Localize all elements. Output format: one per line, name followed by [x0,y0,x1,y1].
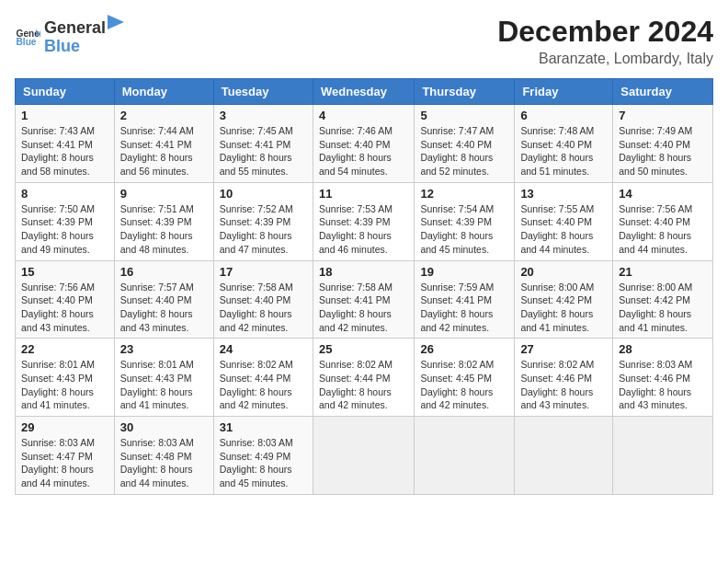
day-detail: Sunrise: 8:03 AMSunset: 4:48 PMDaylight:… [120,437,194,488]
day-number: 27 [520,342,607,356]
day-detail: Sunrise: 8:00 AMSunset: 4:42 PMDaylight:… [520,282,594,333]
calendar-day-cell: 25 Sunrise: 8:02 AMSunset: 4:44 PMDaylig… [313,339,414,417]
day-number: 28 [619,342,707,356]
day-number: 11 [319,187,408,201]
day-detail: Sunrise: 7:43 AMSunset: 4:41 PMDaylight:… [21,125,95,177]
day-detail: Sunrise: 8:03 AMSunset: 4:47 PMDaylight:… [21,437,95,488]
day-number: 12 [420,187,508,201]
day-number: 19 [420,265,508,279]
weekday-header: Wednesday [313,79,414,105]
calendar-table: SundayMondayTuesdayWednesdayThursdayFrid… [15,78,713,495]
day-detail: Sunrise: 7:56 AMSunset: 4:40 PMDaylight:… [619,203,692,255]
day-detail: Sunrise: 7:55 AMSunset: 4:40 PMDaylight:… [520,203,594,255]
day-detail: Sunrise: 8:01 AMSunset: 4:43 PMDaylight:… [21,359,95,410]
calendar-day-cell: 12 Sunrise: 7:54 AMSunset: 4:39 PMDaylig… [415,182,515,260]
day-number: 8 [21,187,108,201]
day-detail: Sunrise: 7:44 AMSunset: 4:41 PMDaylight:… [120,125,194,177]
day-number: 24 [220,342,307,356]
day-detail: Sunrise: 8:00 AMSunset: 4:42 PMDaylight:… [619,282,692,333]
day-detail: Sunrise: 7:50 AMSunset: 4:39 PMDaylight:… [21,203,95,255]
day-number: 13 [520,187,607,201]
calendar-day-cell: 30 Sunrise: 8:03 AMSunset: 4:48 PMDaylig… [114,417,213,495]
calendar-day-cell: 23 Sunrise: 8:01 AMSunset: 4:43 PMDaylig… [114,339,213,417]
calendar-day-cell: 8 Sunrise: 7:50 AMSunset: 4:39 PMDayligh… [16,182,115,260]
day-detail: Sunrise: 8:01 AMSunset: 4:43 PMDaylight:… [120,359,194,410]
main-title: December 2024 [497,15,713,49]
calendar-day-cell: 28 Sunrise: 8:03 AMSunset: 4:46 PMDaylig… [613,339,713,417]
day-number: 15 [21,265,108,279]
calendar-day-cell: 1 Sunrise: 7:43 AMSunset: 4:41 PMDayligh… [16,105,115,183]
weekday-header: Saturday [613,79,713,105]
day-number: 16 [120,265,208,279]
calendar-day-cell [415,417,515,495]
calendar-day-cell: 31 Sunrise: 8:03 AMSunset: 4:49 PMDaylig… [213,417,313,495]
day-detail: Sunrise: 7:54 AMSunset: 4:39 PMDaylight:… [420,203,494,255]
calendar-day-cell [613,417,713,495]
calendar-day-cell: 2 Sunrise: 7:44 AMSunset: 4:41 PMDayligh… [114,105,213,183]
page-header: General Blue General Blue December 2024 … [15,15,713,67]
day-detail: Sunrise: 7:49 AMSunset: 4:40 PMDaylight:… [619,125,692,177]
calendar-header-row: SundayMondayTuesdayWednesdayThursdayFrid… [16,79,713,105]
day-number: 17 [220,265,307,279]
svg-text:Blue: Blue [17,37,37,47]
day-detail: Sunrise: 8:02 AMSunset: 4:45 PMDaylight:… [420,359,494,410]
weekday-header: Monday [114,79,213,105]
subtitle: Baranzate, Lombardy, Italy [497,51,713,67]
day-detail: Sunrise: 8:02 AMSunset: 4:44 PMDaylight:… [319,359,392,410]
calendar-day-cell: 6 Sunrise: 7:48 AMSunset: 4:40 PMDayligh… [515,105,613,183]
calendar-day-cell: 15 Sunrise: 7:56 AMSunset: 4:40 PMDaylig… [16,260,115,339]
day-detail: Sunrise: 7:58 AMSunset: 4:41 PMDaylight:… [319,282,392,333]
day-number: 23 [120,342,208,356]
svg-marker-3 [108,15,124,29]
day-number: 9 [120,187,208,201]
day-number: 14 [619,187,707,201]
calendar-week-row: 29 Sunrise: 8:03 AMSunset: 4:47 PMDaylig… [16,417,713,495]
weekday-header: Sunday [16,79,115,105]
calendar-day-cell [313,417,414,495]
calendar-day-cell: 13 Sunrise: 7:55 AMSunset: 4:40 PMDaylig… [515,182,613,260]
calendar-day-cell: 26 Sunrise: 8:02 AMSunset: 4:45 PMDaylig… [415,339,515,417]
calendar-day-cell: 14 Sunrise: 7:56 AMSunset: 4:40 PMDaylig… [613,182,713,260]
day-detail: Sunrise: 7:51 AMSunset: 4:39 PMDaylight:… [120,203,194,255]
day-number: 4 [319,109,408,122]
logo: General Blue General Blue [15,15,125,56]
calendar-day-cell: 5 Sunrise: 7:47 AMSunset: 4:40 PMDayligh… [415,105,515,183]
logo-triangle-icon [108,15,124,33]
calendar-day-cell: 11 Sunrise: 7:53 AMSunset: 4:39 PMDaylig… [313,182,414,260]
day-detail: Sunrise: 7:59 AMSunset: 4:41 PMDaylight:… [420,282,494,333]
calendar-week-row: 1 Sunrise: 7:43 AMSunset: 4:41 PMDayligh… [16,105,713,183]
calendar-day-cell: 4 Sunrise: 7:46 AMSunset: 4:40 PMDayligh… [313,105,414,183]
calendar-day-cell: 21 Sunrise: 8:00 AMSunset: 4:42 PMDaylig… [613,260,713,339]
day-detail: Sunrise: 7:57 AMSunset: 4:40 PMDaylight:… [120,282,194,333]
calendar-day-cell: 27 Sunrise: 8:02 AMSunset: 4:46 PMDaylig… [515,339,613,417]
day-number: 3 [220,109,307,122]
calendar-day-cell: 9 Sunrise: 7:51 AMSunset: 4:39 PMDayligh… [114,182,213,260]
day-number: 18 [319,265,408,279]
day-number: 25 [319,342,408,356]
title-block: December 2024 Baranzate, Lombardy, Italy [497,15,713,67]
day-number: 1 [21,109,108,122]
logo-general-text: General [44,19,106,38]
day-number: 10 [220,187,307,201]
day-detail: Sunrise: 7:45 AMSunset: 4:41 PMDaylight:… [220,125,293,177]
day-detail: Sunrise: 8:03 AMSunset: 4:49 PMDaylight:… [220,437,293,488]
calendar-week-row: 8 Sunrise: 7:50 AMSunset: 4:39 PMDayligh… [16,182,713,260]
logo-blue-text: Blue [44,37,80,55]
calendar-day-cell: 16 Sunrise: 7:57 AMSunset: 4:40 PMDaylig… [114,260,213,339]
day-number: 20 [520,265,607,279]
day-number: 7 [619,109,707,122]
day-number: 2 [120,109,208,122]
calendar-day-cell: 18 Sunrise: 7:58 AMSunset: 4:41 PMDaylig… [313,260,414,339]
calendar-day-cell [515,417,613,495]
logo-icon: General Blue [15,22,40,48]
day-detail: Sunrise: 7:47 AMSunset: 4:40 PMDaylight:… [420,125,494,177]
day-number: 29 [21,420,108,434]
calendar-week-row: 22 Sunrise: 8:01 AMSunset: 4:43 PMDaylig… [16,339,713,417]
weekday-header: Thursday [415,79,515,105]
calendar-day-cell: 22 Sunrise: 8:01 AMSunset: 4:43 PMDaylig… [16,339,115,417]
calendar-day-cell: 10 Sunrise: 7:52 AMSunset: 4:39 PMDaylig… [213,182,313,260]
calendar-day-cell: 20 Sunrise: 8:00 AMSunset: 4:42 PMDaylig… [515,260,613,339]
day-number: 6 [520,109,607,122]
day-number: 26 [420,342,508,356]
weekday-header: Tuesday [213,79,313,105]
